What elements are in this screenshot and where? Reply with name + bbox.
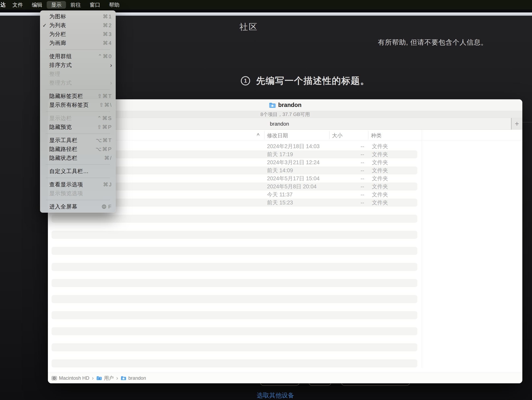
menu-separator	[46, 178, 110, 178]
menu-item-为画廊[interactable]: 为画廊⌘4	[40, 39, 116, 47]
path-item[interactable]: Macintosh HD	[59, 376, 89, 381]
menu-item-显示边栏: 显示边栏⌃⌘S	[40, 114, 116, 123]
menu-item-为列表[interactable]: ✓为列表⌘2	[40, 21, 116, 30]
menu-item-shortcut: ⌘3	[103, 31, 112, 37]
menu-item-shortcut: F	[108, 204, 112, 210]
empty-row-stripe	[51, 343, 417, 351]
empty-row-stripe	[51, 295, 417, 303]
path-bar: Macintosh HD›用户›brandon	[48, 373, 522, 383]
menu-item-label: 显示边栏	[49, 115, 97, 122]
menu-item-shortcut: ⌘1	[103, 13, 112, 20]
menu-item-为分栏[interactable]: 为分栏⌘3	[40, 30, 116, 39]
menubar-menu-帮助[interactable]: 帮助	[105, 1, 124, 9]
menu-item-label: 排序方式	[49, 62, 110, 69]
kind-cell: 文件夹	[372, 150, 388, 158]
finder-window: brandon 8个项目，37.7 GB可用 brandon + ^ 修改日期 …	[48, 99, 522, 383]
menu-item-进入全屏幕[interactable]: 进入全屏幕F	[40, 202, 116, 211]
menu-item-label: 整理方式	[49, 79, 110, 86]
size-cell: --	[329, 191, 364, 199]
menu-separator	[46, 164, 110, 165]
hard-drive-icon	[51, 376, 57, 381]
kind-cell: 文件夹	[372, 166, 388, 174]
menu-item-label: 隐藏状态栏	[49, 154, 104, 162]
menu-item-label: 显示所有标签页	[49, 101, 99, 109]
step-number-badge: 1	[241, 76, 250, 86]
menu-item-显示预览选项: 显示预览选项	[40, 189, 116, 198]
path-item[interactable]: 用户	[104, 376, 114, 381]
menu-item-隐藏状态栏[interactable]: 隐藏状态栏⌘/	[40, 154, 116, 162]
submenu-chevron-icon: ›	[110, 62, 112, 68]
menu-item-显示所有标签页[interactable]: 显示所有标签页⇧⌘\	[40, 100, 116, 109]
menu-item-label: 隐藏标签页栏	[49, 92, 97, 100]
menu-item-label: 进入全屏幕	[49, 203, 101, 210]
users-folder-icon	[96, 376, 102, 381]
menu-separator	[46, 200, 110, 200]
menu-item-label: 查看显示选项	[49, 181, 103, 188]
menu-item-显示工具栏[interactable]: 显示工具栏⌥⌘T	[40, 136, 116, 145]
menu-item-label: 自定义工具栏…	[49, 168, 112, 175]
globe-icon	[101, 204, 107, 209]
date-modified-cell: 前天 14:09	[267, 166, 293, 174]
kind-cell: 文件夹	[372, 174, 388, 183]
menu-item-自定义工具栏…[interactable]: 自定义工具栏…	[40, 167, 116, 176]
size-cell: --	[329, 158, 364, 166]
step-instruction: 先编写一个描述性的标题。	[256, 75, 370, 87]
menu-item-整理方式: 整理方式›	[40, 78, 116, 87]
menu-item-隐藏路径栏[interactable]: 隐藏路径栏⌥⌘P	[40, 145, 116, 154]
date-modified-cell: 2024年5月17日 15:04	[267, 174, 320, 183]
menu-item-shortcut: ⌘2	[103, 22, 112, 29]
menu-item-shortcut: ⌘/	[104, 155, 112, 161]
date-modified-cell: 2024年2月18日 14:03	[267, 142, 320, 150]
menu-separator	[46, 89, 110, 90]
menubar-app-name[interactable]: 达	[0, 1, 8, 8]
kind-cell: 文件夹	[372, 158, 388, 166]
size-cell: --	[329, 174, 364, 183]
menubar-menu-前往[interactable]: 前往	[66, 1, 85, 9]
menubar-menu-文件[interactable]: 文件	[8, 1, 27, 9]
empty-row-stripe	[51, 327, 417, 335]
menu-item-label: 显示预览选项	[49, 190, 112, 197]
date-modified-cell: 2024年5月8日 20:04	[267, 183, 317, 191]
kind-cell: 文件夹	[372, 183, 388, 191]
date-modified-cell: 前天 17:19	[267, 150, 293, 158]
menubar: 达 文件编辑显示前往窗口帮助	[0, 0, 532, 9]
menubar-menu-显示[interactable]: 显示	[47, 1, 66, 9]
menubar-menu-编辑[interactable]: 编辑	[27, 1, 47, 9]
menu-item-label: 为画廊	[49, 39, 103, 47]
choose-other-device-link[interactable]: 选取其他设备	[257, 391, 294, 400]
menu-item-使用群组[interactable]: 使用群组⌃⌘0	[40, 52, 116, 61]
menu-item-为图标[interactable]: 为图标⌘1	[40, 12, 116, 21]
path-separator-chevron-icon: ›	[116, 375, 118, 381]
menubar-menu-窗口[interactable]: 窗口	[85, 1, 105, 9]
date-modified-cell: 前天 15:23	[267, 199, 293, 207]
menu-item-整理: 整理	[40, 69, 116, 78]
size-cell: --	[329, 183, 364, 191]
empty-row-stripe	[51, 311, 417, 319]
menu-separator	[46, 111, 110, 112]
menu-item-shortcut: ⌥⌘T	[96, 137, 112, 143]
empty-row-stripe	[51, 279, 417, 287]
menu-item-隐藏标签页栏[interactable]: 隐藏标签页栏⇧⌘T	[40, 92, 116, 100]
menu-separator	[46, 49, 110, 50]
menu-item-label: 为列表	[49, 22, 103, 29]
empty-row-stripe	[51, 263, 417, 271]
size-cell: --	[329, 166, 364, 174]
home-folder-icon	[121, 376, 126, 381]
community-title: 社区	[240, 21, 258, 33]
help-text: 有所帮助, 但请不要包含个人信息。	[378, 38, 488, 47]
menu-item-shortcut: ⌥⌘P	[95, 146, 112, 152]
empty-row-stripe	[51, 215, 417, 223]
step-row: 1 先编写一个描述性的标题。	[241, 75, 370, 87]
menu-item-label: 为图标	[49, 13, 103, 20]
menu-item-shortcut: ⌃⌘0	[98, 53, 112, 60]
menu-item-排序方式[interactable]: 排序方式›	[40, 61, 116, 69]
menu-item-shortcut: ⇧⌘T	[97, 93, 112, 99]
menu-item-查看显示选项[interactable]: 查看显示选项⌘J	[40, 180, 116, 189]
empty-row-stripe	[51, 247, 417, 255]
menu-item-label: 隐藏预览	[49, 123, 97, 131]
size-cell: --	[329, 199, 364, 207]
empty-row-stripe	[51, 231, 417, 239]
menu-item-label: 显示工具栏	[49, 137, 96, 144]
path-item[interactable]: brandon	[128, 376, 146, 381]
menu-item-隐藏预览[interactable]: 隐藏预览⇧⌘P	[40, 123, 116, 131]
